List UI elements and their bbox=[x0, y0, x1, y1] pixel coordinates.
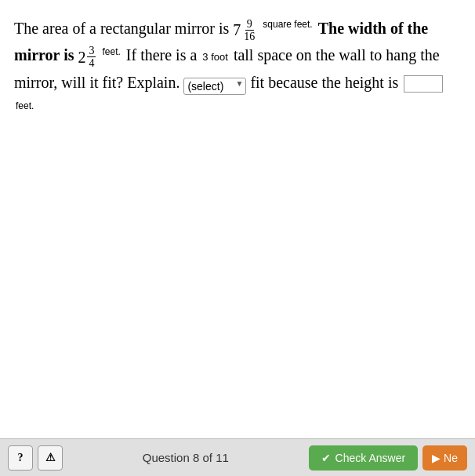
fraction-1: 9 16 bbox=[242, 18, 256, 43]
part3-text: If there is a bbox=[126, 46, 198, 64]
denominator-1: 16 bbox=[242, 31, 256, 42]
unit-3: feet. bbox=[16, 100, 34, 111]
help-icon: ? bbox=[18, 452, 24, 464]
warning-button[interactable]: ⚠ bbox=[38, 445, 63, 471]
question-counter: Question 8 of 11 bbox=[63, 451, 309, 464]
question-counter-label: Question 8 of 11 bbox=[143, 451, 229, 464]
question-text: The area of a rectangular mirror is 7 9 … bbox=[14, 20, 444, 118]
size-label: 3 foot bbox=[202, 51, 228, 63]
unit-2: feet. bbox=[102, 46, 120, 57]
question-area: The area of a rectangular mirror is 7 9 … bbox=[0, 0, 475, 438]
mixed-number-1: 7 9 16 bbox=[233, 17, 257, 42]
denominator-2: 4 bbox=[87, 57, 96, 69]
numerator-1: 9 bbox=[245, 18, 254, 31]
next-arrow-icon: ▶ bbox=[432, 452, 441, 464]
check-answer-label: Check Answer bbox=[335, 452, 405, 464]
footer-left-controls: ? ⚠ bbox=[8, 445, 63, 471]
whole-2: 2 bbox=[78, 45, 85, 70]
fraction-2: 3 4 bbox=[87, 45, 96, 70]
footer-bar: ? ⚠ Question 8 of 11 ✔ Check Answer ▶ Ne bbox=[0, 438, 475, 476]
checkmark-icon: ✔ bbox=[321, 452, 331, 464]
next-button[interactable]: ▶ Ne bbox=[422, 445, 467, 471]
mixed-number-2: 2 3 4 bbox=[78, 45, 96, 70]
select-wrapper[interactable]: (select) will will not bbox=[183, 71, 246, 96]
part5-text: fit because the height is bbox=[250, 74, 398, 91]
warning-icon: ⚠ bbox=[45, 451, 56, 464]
height-input[interactable] bbox=[404, 75, 443, 93]
unit-1: square feet. bbox=[263, 19, 312, 30]
part1-text: The area of a rectangular mirror is bbox=[14, 20, 229, 37]
numerator-2: 3 bbox=[87, 45, 96, 57]
next-label: Ne bbox=[444, 452, 458, 464]
whole-1: 7 bbox=[233, 17, 241, 42]
help-button[interactable]: ? bbox=[8, 445, 33, 471]
fit-select[interactable]: (select) will will not bbox=[183, 78, 246, 95]
check-answer-button[interactable]: ✔ Check Answer bbox=[309, 445, 418, 471]
